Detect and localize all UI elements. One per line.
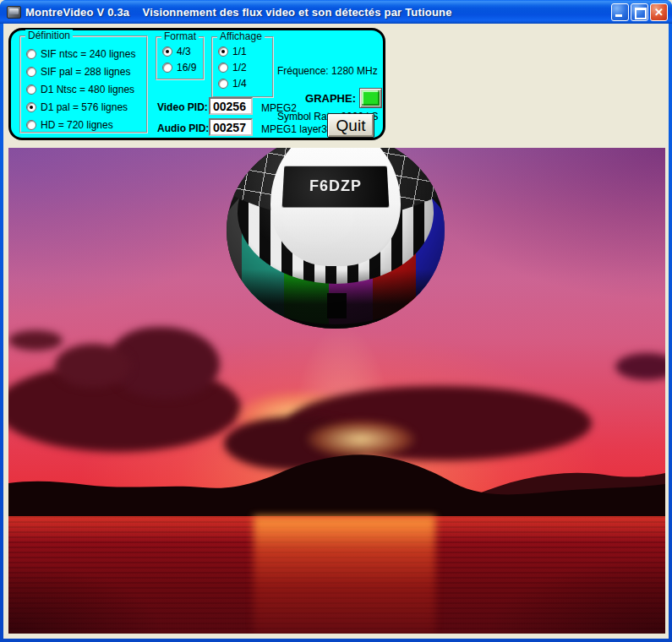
frequency-value: Fréquence: 1280 MHz <box>277 63 378 79</box>
app-icon <box>7 6 21 19</box>
radio-sif-pal[interactable]: SIF pal = 288 lignes <box>26 65 130 79</box>
video-display: F6DZP <box>8 148 665 634</box>
close-button[interactable] <box>650 3 668 21</box>
client-area: Définition SIF ntsc = 240 lignes SIF pal… <box>3 24 669 639</box>
video-codec-label: MPEG2 <box>261 102 297 114</box>
definition-groupbox: Définition SIF ntsc = 240 lignes SIF pal… <box>19 35 148 133</box>
minimize-button[interactable] <box>611 3 629 21</box>
affichage-groupbox: Affichage 1/1 1/2 1/4 <box>211 36 274 98</box>
radio-d1-ntsc[interactable]: D1 Ntsc = 480 lignes <box>26 83 134 96</box>
radio-affichage-1-2[interactable]: 1/2 <box>218 61 247 74</box>
cloud <box>8 330 63 351</box>
radio-sif-ntsc[interactable]: SIF ntsc = 240 lignes <box>26 47 135 61</box>
format-group-label: Format <box>161 30 199 42</box>
graphe-led-icon <box>362 90 380 106</box>
radio-affichage-1-4[interactable]: 1/4 <box>218 77 247 90</box>
radio-icon[interactable] <box>26 49 36 59</box>
mountain-silhouette <box>8 445 665 525</box>
audio-codec-label: MPEG1 layer3 <box>261 123 327 135</box>
water <box>8 516 665 634</box>
graphe-button[interactable] <box>359 88 382 108</box>
radio-icon[interactable] <box>26 84 36 95</box>
definition-group-label: Définition <box>25 30 73 41</box>
quit-button[interactable]: Quit <box>327 113 374 138</box>
audio-pid-input[interactable] <box>209 118 253 136</box>
radio-icon[interactable] <box>218 46 228 57</box>
radio-format-4-3[interactable]: 4/3 <box>162 45 191 58</box>
format-groupbox: Format 4/3 16/9 <box>156 36 205 80</box>
cloud <box>55 344 131 388</box>
window-title: MontreVideo V 0.3a Visionnement des flux… <box>25 6 452 19</box>
maximize-button[interactable] <box>631 3 648 21</box>
radio-icon[interactable] <box>218 63 228 73</box>
sun-reflection <box>254 516 435 634</box>
radio-icon[interactable] <box>218 79 228 89</box>
radio-affichage-1-1[interactable]: 1/1 <box>218 45 247 58</box>
radio-format-16-9[interactable]: 16/9 <box>162 61 196 74</box>
radio-icon[interactable] <box>162 46 172 57</box>
radio-icon[interactable] <box>162 63 172 73</box>
video-pid-label: Video PID: <box>157 101 208 113</box>
radio-hd[interactable]: HD = 720 lignes <box>26 118 113 132</box>
titlebar: MontreVideo V 0.3a Visionnement des flux… <box>0 0 672 24</box>
window-frame: MontreVideo V 0.3a Visionnement des flux… <box>0 0 672 642</box>
radio-icon[interactable] <box>26 102 36 112</box>
control-panel: Définition SIF ntsc = 240 lignes SIF pal… <box>8 28 385 140</box>
radio-icon[interactable] <box>26 67 36 77</box>
affichage-group-label: Affichage <box>217 30 265 42</box>
audio-pid-label: Audio PID: <box>157 122 209 134</box>
radio-d1-pal[interactable]: D1 pal = 576 lignes <box>26 101 128 114</box>
video-pid-input[interactable] <box>209 97 253 115</box>
radio-icon[interactable] <box>26 120 36 130</box>
